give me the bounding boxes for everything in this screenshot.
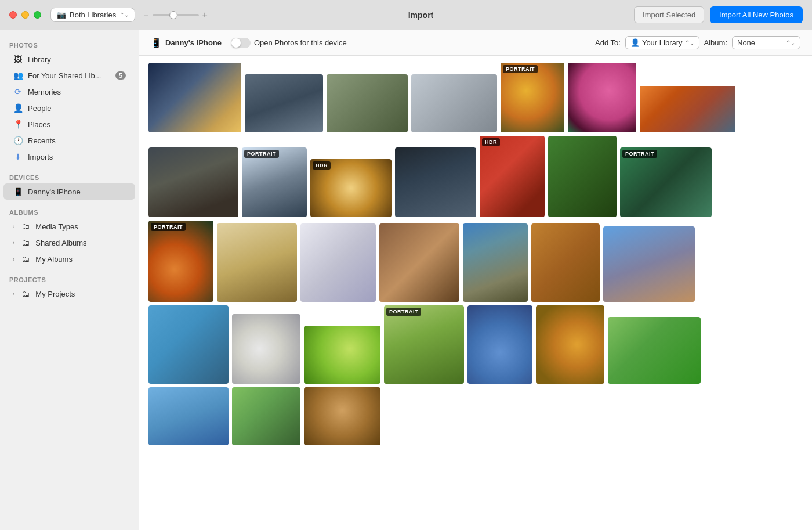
add-to-row: Add To: 👤 Your Library ⌃⌄ Album: None ⌃⌄	[595, 36, 800, 49]
chevron-updown-album: ⌃⌄	[786, 39, 795, 46]
portrait-badge: PORTRAIT	[244, 150, 279, 158]
photo-thumb[interactable]	[603, 226, 695, 302]
projects-section-label: Projects	[0, 272, 139, 286]
device-name: 📱 Danny's iPhone	[151, 38, 222, 48]
media-types-icon: 🗂	[20, 221, 31, 232]
sidebar-item-dannys-iphone[interactable]: 📱 Danny's iPhone	[3, 183, 135, 200]
people-icon: 👤	[13, 103, 23, 113]
title-bar: 📷 Both Libraries ⌃⌄ − + Import Import Se…	[0, 0, 812, 30]
zoom-controls: − +	[143, 10, 208, 20]
photo-thumb[interactable]	[148, 147, 238, 217]
portrait-badge: PORTRAIT	[151, 223, 186, 231]
photos-section-label: Photos	[0, 37, 139, 51]
photo-row-3: PORTRAIT	[148, 221, 803, 302]
photo-thumb[interactable]	[232, 387, 300, 445]
photo-thumb[interactable]	[463, 223, 528, 302]
photo-thumb[interactable]	[148, 387, 229, 445]
sidebar-item-imports[interactable]: ⬇ Imports	[3, 149, 135, 165]
person-icon: 👤	[630, 38, 640, 47]
photo-thumb[interactable]	[640, 86, 735, 132]
sidebar-item-recents[interactable]: 🕐 Recents	[3, 132, 135, 149]
sidebar-label-my-projects: My Projects	[35, 290, 126, 298]
sidebar-label-recents: Recents	[28, 136, 126, 145]
album-dropdown[interactable]: None ⌃⌄	[732, 36, 800, 49]
import-all-button[interactable]: Import All New Photos	[710, 6, 803, 23]
device-phone-icon: 📱	[151, 38, 162, 48]
toggle-knob	[231, 38, 241, 48]
memories-icon: ⟳	[13, 86, 23, 97]
shared-lib-badge: 5	[115, 71, 126, 80]
library-switcher-label: Both Libraries	[70, 10, 116, 19]
sidebar-label-imports: Imports	[28, 153, 126, 161]
photo-thumb[interactable]: PORTRAIT	[384, 305, 464, 384]
album-label: Album:	[704, 38, 727, 47]
photo-thumb[interactable]	[148, 305, 229, 384]
album-value: None	[737, 38, 784, 47]
my-albums-chevron: ›	[13, 256, 14, 262]
photo-row-5	[148, 387, 803, 445]
photo-thumb[interactable]	[531, 223, 600, 302]
photo-thumb[interactable]: PORTRAIT	[242, 147, 307, 217]
photo-thumb[interactable]	[568, 63, 636, 132]
photo-thumb[interactable]	[304, 326, 380, 384]
photo-thumb[interactable]	[327, 74, 408, 132]
sidebar-item-library[interactable]: 🖼 Library	[3, 51, 135, 67]
sidebar-item-media-types[interactable]: › 🗂 Media Types	[3, 218, 135, 235]
sidebar-item-people[interactable]: 👤 People	[3, 100, 135, 116]
places-icon: 📍	[13, 119, 23, 129]
content-area: 📱 Danny's iPhone Open Photos for this de…	[139, 30, 812, 530]
photo-thumb[interactable]: PORTRAIT	[620, 147, 712, 217]
sidebar-label-people: People	[28, 104, 126, 113]
add-to-label: Add To:	[595, 38, 621, 47]
photo-thumb[interactable]	[395, 147, 476, 217]
library-value: Your Library	[642, 38, 683, 47]
photo-thumb[interactable]: PORTRAIT	[501, 63, 564, 132]
photo-thumb[interactable]	[548, 136, 617, 217]
device-name-label: Danny's iPhone	[165, 38, 222, 47]
library-dropdown[interactable]: 👤 Your Library ⌃⌄	[625, 36, 699, 49]
photo-thumb[interactable]	[411, 74, 497, 132]
hdr-badge: HDR	[482, 138, 500, 146]
sidebar-item-places[interactable]: 📍 Places	[3, 116, 135, 132]
minimize-button[interactable]	[21, 11, 29, 19]
my-projects-chevron: ›	[13, 291, 14, 297]
window-title: Import	[208, 10, 634, 20]
portrait-badge: PORTRAIT	[503, 65, 538, 73]
sidebar-label-my-albums: My Albums	[35, 255, 126, 264]
open-photos-toggle[interactable]	[231, 38, 251, 48]
photo-thumb[interactable]	[300, 223, 376, 302]
library-switcher[interactable]: 📷 Both Libraries ⌃⌄	[50, 8, 135, 22]
photo-thumb[interactable]	[148, 63, 241, 132]
photo-row-2: PORTRAIT HDR HDR PORTRAIT	[148, 136, 803, 217]
fullscreen-button[interactable]	[34, 11, 41, 19]
recents-icon: 🕐	[13, 135, 23, 146]
shared-lib-icon: 👥	[13, 70, 23, 81]
import-selected-button[interactable]: Import Selected	[634, 6, 704, 23]
zoom-in-button[interactable]: +	[202, 10, 208, 20]
sidebar-item-shared-lib[interactable]: 👥 For Your Shared Lib... 5	[3, 67, 135, 84]
sidebar-item-my-projects[interactable]: › 🗂 My Projects	[3, 286, 135, 302]
photo-thumb[interactable]	[536, 305, 604, 384]
close-button[interactable]	[9, 11, 17, 19]
zoom-out-button[interactable]: −	[143, 10, 148, 20]
portrait-badge: PORTRAIT	[622, 150, 657, 158]
photo-thumb[interactable]: HDR	[480, 136, 545, 217]
sidebar-item-memories[interactable]: ⟳ Memories	[3, 84, 135, 100]
sidebar-item-shared-albums[interactable]: › 🗂 Shared Albums	[3, 235, 135, 251]
photo-thumb[interactable]: HDR	[310, 159, 392, 217]
photo-thumb[interactable]: PORTRAIT	[148, 221, 213, 302]
photo-thumb[interactable]	[217, 223, 297, 302]
devices-section-label: Devices	[0, 170, 139, 183]
sidebar-item-my-albums[interactable]: › 🗂 My Albums	[3, 251, 135, 267]
photo-thumb[interactable]	[467, 305, 532, 384]
library-icon: 🖼	[13, 54, 23, 64]
photo-thumb[interactable]	[245, 74, 323, 132]
iphone-icon: 📱	[13, 186, 23, 197]
photo-thumb[interactable]	[608, 317, 701, 384]
open-photos-label: Open Photos for this device	[254, 38, 347, 47]
photo-thumb[interactable]	[304, 387, 380, 445]
zoom-slider[interactable]	[153, 14, 199, 16]
photo-thumb[interactable]	[232, 314, 300, 384]
photo-thumb[interactable]	[379, 223, 459, 302]
photo-row-4: PORTRAIT	[148, 305, 803, 384]
